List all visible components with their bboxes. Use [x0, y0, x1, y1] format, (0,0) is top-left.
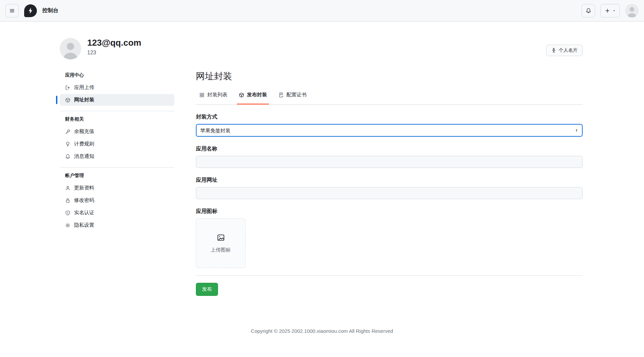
upload-icon-text: 上传图标	[211, 247, 231, 253]
sidebar-item-label: 隐私设置	[74, 222, 94, 228]
person-silhouette	[60, 38, 81, 59]
bell-icon	[586, 8, 591, 13]
main-panel: 网址封装 封装列表 发布封装	[196, 70, 583, 296]
profile-email: 123@qq.com	[87, 38, 141, 48]
profile-identity: 123@qq.com 123	[87, 38, 141, 56]
shield-icon	[65, 210, 70, 216]
three-bars-icon	[9, 8, 15, 13]
person-silhouette	[625, 4, 639, 17]
package-icon	[65, 97, 70, 103]
notifications-button[interactable]	[582, 4, 595, 17]
tab-publish-package[interactable]: 发布封装	[235, 90, 270, 104]
app-name-group: 应用名称	[196, 145, 583, 168]
hamburger-menu-button[interactable]	[5, 4, 19, 17]
tab-label: 发布封装	[247, 92, 267, 98]
checklist-icon	[278, 92, 284, 98]
sidebar-item-label: 实名认证	[74, 210, 94, 216]
sidebar-item-app-upload[interactable]: 应用上传	[60, 82, 174, 93]
plus-icon	[605, 8, 610, 13]
gear-icon	[65, 223, 70, 228]
sidebar-item-label: 更新资料	[74, 185, 94, 191]
sidebar-item-label: 网址封装	[74, 97, 94, 103]
sidebar-nav: 应用中心 应用上传 网址封装 财务相关 余额充值	[60, 70, 174, 232]
key-icon	[65, 129, 70, 134]
package-method-select-wrap: 苹果免签封装	[196, 124, 583, 137]
sidebar-item-label: 消息通知	[74, 153, 94, 160]
create-new-button[interactable]	[600, 4, 620, 17]
sidebar-item-update-profile[interactable]: 更新资料	[60, 182, 174, 194]
bell-icon	[65, 154, 70, 159]
publish-button[interactable]: 发布	[196, 283, 218, 296]
sidebar-item-balance-recharge[interactable]: 余额充值	[60, 126, 174, 137]
package-method-select[interactable]: 苹果免签封装	[196, 124, 583, 137]
sidebar-item-realname-verify[interactable]: 实名认证	[60, 207, 174, 219]
profile-username: 123	[87, 50, 141, 56]
tab-label: 封装列表	[207, 92, 227, 98]
image-icon	[217, 233, 225, 242]
app-url-input[interactable]	[196, 187, 583, 199]
sidebar-item-change-password[interactable]: 修改密码	[60, 194, 174, 206]
user-avatar[interactable]	[625, 4, 639, 17]
package-method-label: 封装方式	[196, 114, 583, 121]
personal-card-button[interactable]: 个人名片	[546, 45, 583, 56]
apps-grid-icon	[199, 92, 205, 98]
sidebar-divider	[60, 167, 174, 168]
sidebar-item-label: 余额充值	[74, 128, 94, 135]
sidebar-section-account: 帐户管理	[60, 173, 174, 179]
content-row: 应用中心 应用上传 网址封装 财务相关 余额充值	[60, 70, 583, 296]
profile-header: 123@qq.com 123 个人名片	[60, 38, 583, 59]
triangle-down-icon	[612, 9, 616, 12]
upload-icon	[65, 85, 70, 90]
icon-upload-dropzone[interactable]: 上传图标	[196, 218, 246, 268]
sidebar-section-app-center: 应用中心	[60, 72, 174, 78]
sidebar-item-url-package[interactable]: 网址封装	[60, 94, 174, 106]
lightbulb-icon	[65, 141, 70, 147]
accessibility-person-icon	[551, 48, 556, 53]
sidebar-item-label: 修改密码	[74, 197, 94, 204]
lock-icon	[65, 198, 70, 203]
section-title: 网址封装	[196, 70, 583, 82]
sidebar-item-label: 计费规则	[74, 141, 94, 147]
profile-avatar	[60, 38, 81, 59]
top-navbar: 控制台	[0, 0, 644, 21]
footer-copyright: Copyright © 2025 2002.1000.xiaomiou.com …	[0, 328, 644, 347]
package-method-group: 封装方式 苹果免签封装	[196, 114, 583, 137]
tab-label: 配置证书	[286, 92, 307, 98]
package-icon	[239, 92, 244, 98]
tab-bar: 封装列表 发布封装 配置证书	[196, 90, 583, 105]
app-url-label: 应用网址	[196, 177, 583, 184]
header-actions	[582, 4, 639, 17]
app-name-input[interactable]	[196, 156, 583, 168]
sidebar-section-finance: 财务相关	[60, 116, 174, 122]
page-container: 123@qq.com 123 个人名片 应用中心 应用上传 网	[0, 38, 644, 296]
tab-configure-certificate[interactable]: 配置证书	[275, 90, 310, 104]
personal-card-label: 个人名片	[559, 47, 578, 53]
sidebar-item-billing-rules[interactable]: 计费规则	[60, 138, 174, 150]
app-icon-label: 应用图标	[196, 208, 583, 215]
sidebar-item-label: 应用上传	[74, 84, 94, 91]
sidebar-divider	[60, 111, 174, 111]
app-icon-group: 应用图标 上传图标	[196, 208, 583, 268]
app-name-label: 应用名称	[196, 145, 583, 152]
tab-package-list[interactable]: 封装列表	[196, 90, 231, 104]
sidebar-item-notifications[interactable]: 消息通知	[60, 150, 174, 162]
lightning-pin-logo	[24, 4, 37, 17]
person-icon	[65, 185, 70, 191]
app-url-group: 应用网址	[196, 177, 583, 199]
page-title: 控制台	[42, 7, 58, 14]
form-divider	[196, 275, 583, 276]
sidebar-item-privacy-settings[interactable]: 隐私设置	[60, 219, 174, 231]
